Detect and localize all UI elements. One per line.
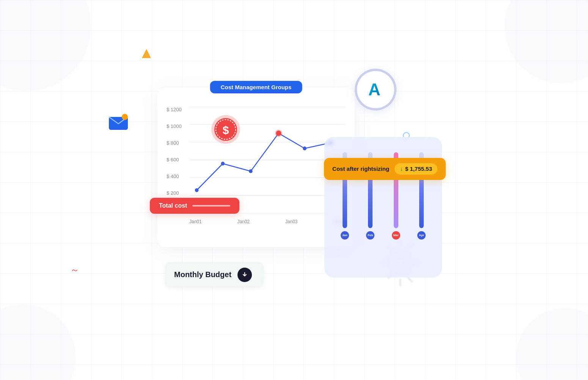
x-axis-labels: Jan01 Jan02 Jan03 Jan04 (189, 219, 346, 224)
svg-point-4 (195, 188, 199, 192)
y-axis-labels: $ 1200 $ 1000 $ 800 $ 600 $ 400 $ 200 $ … (167, 107, 187, 213)
svg-text:A: A (368, 80, 380, 99)
svg-point-6 (249, 169, 253, 173)
total-cost-badge: Total cost (150, 198, 239, 214)
svg-point-9 (303, 147, 307, 150)
deco-wave-icon: ～ (70, 264, 79, 276)
chart-title: Cost Management Groups (221, 84, 292, 90)
scene-container: A Cost Management Groups $ 1200 $ 1000 $… (146, 76, 442, 304)
bar-label-feb: Feb (366, 231, 374, 240)
svg-point-8 (276, 131, 281, 136)
cost-value-pill: ↓ $ 1,755.53 (395, 163, 437, 175)
arrow-down-icon: ↓ (400, 166, 403, 172)
bar-label-apr: Apr (417, 231, 426, 240)
chart-title-badge: Cost Management Groups (210, 81, 302, 93)
download-button[interactable] (237, 268, 252, 282)
total-cost-label: Total cost (159, 202, 187, 209)
svg-marker-0 (142, 49, 151, 58)
dollar-coin-icon: $ (211, 114, 241, 145)
monthly-budget-label: Monthly Budget (174, 270, 231, 279)
deco-triangle-icon (140, 47, 153, 61)
deco-mail-icon (108, 114, 129, 132)
bar-label-mar: Mar (392, 231, 400, 240)
monthly-budget-card[interactable]: Monthly Budget (165, 262, 264, 287)
svg-point-5 (221, 162, 225, 166)
rightsizing-label: Cost after rightsizing (332, 166, 389, 172)
azure-logo-circle: A (355, 69, 396, 110)
chart-area: $ 1200 $ 1000 $ 800 $ 600 $ 400 $ 200 $ … (167, 107, 346, 236)
rightsizing-value: $ 1,755.53 (405, 166, 432, 172)
rightsizing-badge: Cost after rightsizing ↓ $ 1,755.53 (324, 158, 446, 180)
bar-label-jan: Jan (341, 231, 349, 240)
svg-point-2 (122, 114, 128, 120)
svg-text:$: $ (223, 124, 229, 136)
total-cost-line-deco (192, 205, 230, 207)
